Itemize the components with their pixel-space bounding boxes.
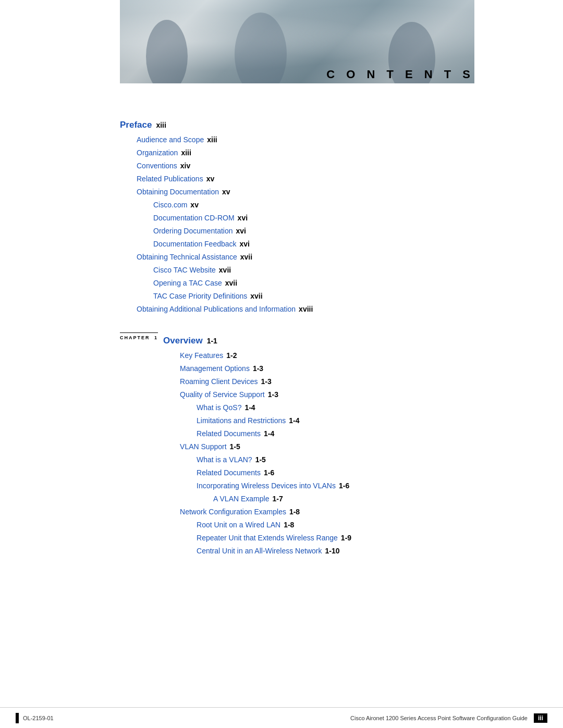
main-content: Preface xiii Audience and Scope xiii Org… [0, 99, 563, 590]
toc-link-what-qos[interactable]: What is QoS? [197, 402, 241, 413]
toc-link-related-pub[interactable]: Related Publications [137, 174, 203, 184]
toc-page-additional-pub: xviii [299, 304, 313, 315]
toc-item-audience: Audience and Scope xiii [120, 134, 474, 145]
toc-link-key-features[interactable]: Key Features [180, 350, 223, 361]
toc-item-incorporating: Incorporating Wireless Devices into VLAN… [163, 480, 474, 491]
toc-item-key-features: Key Features 1-2 [163, 350, 474, 361]
toc-link-vlan[interactable]: VLAN Support [180, 441, 227, 452]
toc-page-repeater: 1-9 [341, 533, 351, 544]
toc-page-what-qos: 1-4 [244, 402, 255, 413]
contents-banner: C O N T E N T S [326, 68, 474, 81]
toc-page-net-config: 1-8 [289, 507, 300, 517]
toc-link-mgmt-options[interactable]: Management Options [180, 363, 250, 374]
toc-page-incorporating: 1-6 [339, 480, 349, 491]
toc-page-what-vlan: 1-5 [255, 454, 266, 465]
footer-bar [16, 713, 19, 723]
toc-item-vlan-example: A VLAN Example 1-7 [163, 493, 474, 504]
toc-item-organization: Organization xiii [120, 147, 474, 158]
toc-link-ordering-doc[interactable]: Ordering Documentation [153, 226, 233, 237]
toc-item-tac-priority: TAC Case Priority Definitions xvii [120, 291, 474, 302]
chapter-1-content: Overview 1-1 Key Features 1-2 Management… [163, 330, 474, 559]
chapter-label-area: CHAPTER 1 [120, 330, 163, 340]
toc-item-doc-feedback: Documentation Feedback xvi [120, 239, 474, 250]
toc-page-mgmt-options: 1-3 [253, 363, 263, 374]
chapter-1-title[interactable]: Overview [163, 336, 203, 346]
toc-page-roaming: 1-3 [261, 376, 271, 387]
toc-link-limitations[interactable]: Limitations and Restrictions [197, 415, 286, 426]
toc-link-repeater[interactable]: Repeater Unit that Extends Wireless Rang… [197, 533, 338, 544]
toc-page-cisco-com: xv [190, 200, 199, 211]
footer: OL-2159-01 Cisco Aironet 1200 Series Acc… [0, 707, 563, 728]
chapter-number: 1 [154, 335, 158, 340]
toc-link-what-vlan[interactable]: What is a VLAN? [197, 454, 252, 465]
toc-page-key-features: 1-2 [226, 350, 237, 361]
chapter-word: CHAPTER [120, 335, 150, 340]
toc-link-related-docs-qos[interactable]: Related Documents [197, 428, 261, 439]
toc-item-repeater: Repeater Unit that Extends Wireless Rang… [163, 533, 474, 544]
toc-item-opening-tac: Opening a TAC Case xvii [120, 278, 474, 289]
toc-link-tac-website[interactable]: Cisco TAC Website [153, 265, 216, 276]
toc-link-organization[interactable]: Organization [137, 147, 178, 158]
toc-item-tac-website: Cisco TAC Website xvii [120, 265, 474, 276]
chapter-1-page: 1-1 [207, 337, 217, 345]
toc-page-related-docs-vlan: 1-6 [264, 467, 274, 478]
toc-page-vlan: 1-5 [230, 441, 240, 452]
toc-item-net-config: Network Configuration Examples 1-8 [163, 507, 474, 517]
preface-page: xiii [156, 121, 166, 129]
chapter-1-header: Overview 1-1 [163, 336, 474, 346]
figure-left [136, 16, 198, 83]
toc-page-doc-feedback: xvi [240, 239, 250, 250]
toc-page-conventions: xiv [180, 161, 190, 171]
toc-link-roaming[interactable]: Roaming Client Devices [180, 376, 258, 387]
toc-link-audience[interactable]: Audience and Scope [137, 134, 204, 145]
chapter-1-block: CHAPTER 1 Overview 1-1 Key Features 1-2 … [120, 330, 474, 559]
toc-page-root-unit: 1-8 [284, 520, 294, 530]
toc-link-tech-assist[interactable]: Obtaining Technical Assistance [137, 252, 237, 263]
footer-book-title: Cisco Aironet 1200 Series Access Point S… [350, 715, 528, 721]
toc-page-tac-website: xvii [219, 265, 231, 276]
toc-link-conventions[interactable]: Conventions [137, 161, 177, 171]
footer-page-number: iii [538, 714, 543, 722]
toc-page-opening-tac: xvii [225, 278, 237, 289]
toc-link-central-unit[interactable]: Central Unit in an All-Wireless Network [197, 546, 322, 557]
toc-item-root-unit: Root Unit on a Wired LAN 1-8 [163, 520, 474, 530]
toc-page-tech-assist: xvii [240, 252, 252, 263]
toc-link-incorporating[interactable]: Incorporating Wireless Devices into VLAN… [197, 480, 336, 491]
toc-page-central-unit: 1-10 [325, 546, 339, 557]
toc-item-roaming: Roaming Client Devices 1-3 [163, 376, 474, 387]
toc-item-related-pub: Related Publications xv [120, 174, 474, 184]
toc-page-doc-cdrom: xvi [238, 213, 248, 224]
toc-link-qos[interactable]: Quality of Service Support [180, 389, 265, 400]
toc-item-what-vlan: What is a VLAN? 1-5 [163, 454, 474, 465]
toc-item-additional-pub: Obtaining Additional Publications and In… [120, 304, 474, 315]
footer-right: Cisco Aironet 1200 Series Access Point S… [350, 713, 547, 723]
footer-left: OL-2159-01 [16, 713, 54, 723]
toc-page-limitations: 1-4 [289, 415, 299, 426]
footer-doc-number: OL-2159-01 [23, 715, 54, 721]
toc-link-opening-tac[interactable]: Opening a TAC Case [153, 278, 222, 289]
toc-page-ordering-doc: xvi [236, 226, 246, 237]
toc-link-related-docs-vlan[interactable]: Related Documents [197, 467, 261, 478]
toc-link-doc-cdrom[interactable]: Documentation CD-ROM [153, 213, 235, 224]
footer-page-box: iii [534, 713, 547, 723]
toc-page-vlan-example: 1-7 [272, 493, 283, 504]
toc-item-related-docs-vlan: Related Documents 1-6 [163, 467, 474, 478]
toc-link-doc-feedback[interactable]: Documentation Feedback [153, 239, 237, 250]
toc-item-qos: Quality of Service Support 1-3 [163, 389, 474, 400]
preface-section: Preface xiii Audience and Scope xiii Org… [120, 120, 474, 315]
preface-title[interactable]: Preface [120, 120, 152, 130]
toc-link-obtaining-doc[interactable]: Obtaining Documentation [137, 187, 219, 198]
toc-item-obtaining-doc: Obtaining Documentation xv [120, 187, 474, 198]
toc-link-vlan-example[interactable]: A VLAN Example [213, 493, 269, 504]
toc-link-tac-priority[interactable]: TAC Case Priority Definitions [153, 291, 247, 302]
toc-link-root-unit[interactable]: Root Unit on a Wired LAN [197, 520, 280, 530]
toc-page-audience: xiii [207, 134, 217, 145]
toc-link-cisco-com[interactable]: Cisco.com [153, 200, 187, 211]
toc-item-related-docs-qos: Related Documents 1-4 [163, 428, 474, 439]
toc-item-what-qos: What is QoS? 1-4 [163, 402, 474, 413]
toc-page-obtaining-doc: xv [222, 187, 230, 198]
toc-link-net-config[interactable]: Network Configuration Examples [180, 507, 286, 517]
toc-item-conventions: Conventions xiv [120, 161, 474, 171]
toc-link-additional-pub[interactable]: Obtaining Additional Publications and In… [137, 304, 296, 315]
toc-page-related-docs-qos: 1-4 [264, 428, 274, 439]
